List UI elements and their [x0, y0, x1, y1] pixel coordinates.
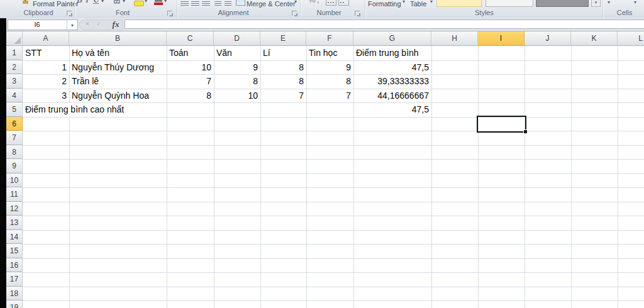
formula-input[interactable]	[125, 19, 644, 29]
column-header-F[interactable]: F	[306, 31, 353, 46]
conditional-formatting-button[interactable]: Formatting	[368, 0, 401, 8]
row-header-11[interactable]: 11	[6, 187, 23, 202]
cell-style-neutral[interactable]: Neutral	[436, 0, 482, 7]
grid[interactable]: ABCDEFGHIJKL1234567891011121314151617181…	[6, 31, 644, 308]
cell-G3[interactable]: 39,33333333	[354, 75, 431, 89]
cell-B2[interactable]: Nguyễn Thúy Dương	[70, 61, 167, 75]
cell-D2[interactable]: 9	[214, 61, 260, 75]
underline-dropdown-icon[interactable]: ▾	[101, 0, 106, 7]
fill-color-dropdown-icon[interactable]: ▾	[145, 0, 150, 7]
format-as-table-dropdown-icon[interactable]: ▾	[430, 0, 435, 7]
decrease-indent-icon[interactable]	[214, 0, 222, 6]
align-center-icon[interactable]	[191, 0, 200, 6]
font-color-dropdown-icon[interactable]: ▾	[164, 0, 169, 7]
row-header-3[interactable]: 3	[6, 74, 23, 89]
decrease-decimal-icon[interactable]	[338, 0, 349, 6]
row-header-14[interactable]: 14	[6, 230, 23, 245]
increase-decimal-icon[interactable]	[326, 0, 336, 6]
font-color-icon[interactable]	[154, 3, 163, 5]
row-header-6[interactable]: 6	[6, 117, 23, 131]
italic-icon[interactable]: I	[86, 0, 92, 7]
alignment-dialog-launcher-icon[interactable]	[292, 11, 297, 16]
cell-E2[interactable]: 8	[261, 61, 306, 75]
cell-B1[interactable]: Họ và tên	[70, 47, 167, 60]
insert-function-button[interactable]: fx	[108, 19, 123, 30]
cell-A3[interactable]: 2	[23, 75, 69, 89]
select-all-button[interactable]	[6, 31, 23, 46]
row-header-2[interactable]: 2	[6, 60, 23, 75]
borders-dropdown-icon[interactable]: ▾	[123, 0, 128, 7]
row-header-4[interactable]: 4	[6, 89, 23, 103]
column-header-L[interactable]: L	[618, 31, 644, 46]
cell-G4[interactable]: 44,16666667	[354, 89, 431, 103]
cell-B3[interactable]: Trần lê	[70, 75, 167, 89]
cell-A5[interactable]: Điểm trung bình cao nhất	[23, 103, 129, 117]
cell-A1[interactable]: STT	[23, 47, 69, 60]
row-header-8[interactable]: 8	[6, 145, 23, 160]
cell-G5[interactable]: 47,5	[354, 103, 431, 117]
column-header-C[interactable]: C	[167, 31, 214, 46]
align-right-icon[interactable]	[202, 0, 211, 6]
fill-handle[interactable]	[523, 129, 528, 134]
row-header-7[interactable]: 7	[6, 131, 23, 145]
column-header-D[interactable]: D	[214, 31, 260, 46]
cell-C2[interactable]: 10	[167, 61, 214, 75]
cell-D3[interactable]: 8	[214, 75, 260, 89]
cell-A4[interactable]: 3	[23, 89, 69, 103]
merge-center-icon[interactable]	[236, 0, 245, 6]
selection-box[interactable]	[477, 116, 526, 133]
column-header-B[interactable]: B	[69, 31, 167, 46]
fill-color-icon[interactable]	[134, 1, 144, 6]
column-header-A[interactable]: A	[23, 31, 69, 46]
cell-F3[interactable]: 8	[307, 75, 353, 89]
percent-style-icon[interactable]: %	[308, 0, 316, 7]
name-box[interactable]: I6 ▾	[8, 19, 78, 30]
column-header-I[interactable]: I	[478, 31, 525, 46]
cell-A2[interactable]: 1	[23, 61, 69, 75]
cell-C1[interactable]: Toán	[167, 47, 214, 60]
delete-cells-dropdown-icon[interactable]: ▾	[634, 0, 640, 7]
merge-center-dropdown-icon[interactable]: ▾	[294, 0, 299, 7]
row-header-1[interactable]: 1	[6, 46, 23, 60]
column-header-G[interactable]: G	[353, 31, 431, 46]
cell-E3[interactable]: 8	[261, 75, 306, 89]
cell-C4[interactable]: 8	[167, 89, 214, 103]
merge-center-button[interactable]: Merge & Center	[247, 0, 296, 8]
column-header-J[interactable]: J	[525, 31, 571, 46]
cell-G2[interactable]: 47,5	[354, 61, 431, 75]
cell-D1[interactable]: Văn	[214, 47, 260, 60]
row-header-15[interactable]: 15	[6, 244, 23, 258]
cell-C3[interactable]: 7	[167, 75, 214, 89]
font-color-letter-icon[interactable]	[155, 0, 162, 2]
increase-indent-icon[interactable]	[225, 0, 232, 6]
row-header-17[interactable]: 17	[6, 272, 23, 287]
row-header-16[interactable]: 16	[6, 258, 23, 273]
cell-E1[interactable]: Lí	[261, 47, 306, 60]
comma-style-icon[interactable]: ,	[317, 0, 322, 7]
name-box-dropdown-icon[interactable]: ▾	[67, 20, 77, 30]
conditional-formatting-dropdown-icon[interactable]: ▾	[402, 0, 408, 7]
cell-F4[interactable]: 7	[307, 89, 353, 103]
number-dialog-launcher-icon[interactable]	[355, 11, 360, 16]
cell-F1[interactable]: Tin học	[307, 47, 353, 60]
bold-icon[interactable]: B	[77, 0, 84, 7]
column-header-K[interactable]: K	[571, 31, 618, 46]
row-header-9[interactable]: 9	[6, 159, 23, 173]
cell-D4[interactable]: 10	[214, 89, 260, 103]
cell-F2[interactable]: 9	[307, 61, 353, 75]
format-as-table-button[interactable]: Table	[410, 0, 426, 8]
cell-B4[interactable]: Nguyễn Quỳnh Hoa	[70, 89, 167, 103]
column-header-H[interactable]: H	[431, 31, 478, 46]
row-header-19[interactable]: 19	[6, 300, 23, 308]
font-dialog-launcher-icon[interactable]	[167, 11, 172, 16]
underline-icon[interactable]: U	[93, 0, 101, 7]
row-header-12[interactable]: 12	[6, 202, 23, 216]
format-painter-button[interactable]: Format Painter	[33, 0, 79, 8]
cell-E4[interactable]: 7	[261, 89, 306, 103]
row-header-13[interactable]: 13	[6, 216, 23, 230]
insert-cells-dropdown-icon[interactable]: ▾	[608, 0, 614, 7]
cell-style-check-cell[interactable]: Check Cell	[536, 0, 589, 7]
row-header-5[interactable]: 5	[6, 102, 23, 117]
row-header-18[interactable]: 18	[6, 287, 23, 301]
row-header-10[interactable]: 10	[6, 173, 23, 188]
